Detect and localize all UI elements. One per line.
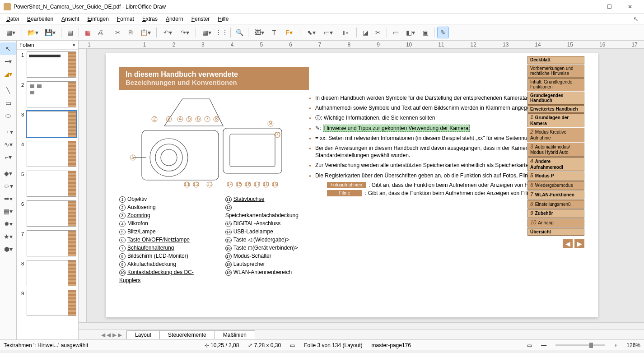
3d-objects-tool[interactable]: ⬢▾ [0,243,16,255]
zoom-button[interactable]: 🔍 [233,27,245,38]
3d-button[interactable]: ◧▾ [402,27,419,38]
status-insert-icon[interactable]: ▭ [290,342,295,348]
slide-thumb-8[interactable]: 8 [19,260,76,286]
part-17: 17Modus-Schalter [225,252,300,260]
grid-button[interactable]: ▦▾ [199,27,215,38]
cut-button[interactable]: ✂ [112,27,124,38]
block-arrows-tool[interactable]: ➡▾ [0,192,16,205]
nav-item-7[interactable]: 3Automatikmodus/ Modus Hybrid Auto [527,143,584,157]
slide-thumb-5[interactable]: 5 [19,171,76,197]
slides-close-icon[interactable]: × [72,42,75,48]
snap-button[interactable]: ⋮⋮ [216,27,228,38]
page-canvas[interactable]: In diesem Handbuch verwendete Bezeichnun… [106,53,598,317]
fontwork-button[interactable]: F▾ [281,27,297,38]
slide-thumb-1[interactable]: 1 [19,51,76,78]
nav-prev[interactable]: ◀ [563,239,573,248]
maximize-button[interactable]: ☐ [599,0,620,14]
save-button[interactable]: 💾▾ [42,27,58,38]
export-button[interactable]: ▤ [64,27,76,38]
part-12: 12Speicherkartenfachabdeckung [225,203,300,219]
open-button[interactable]: 📂▾ [25,27,41,38]
nav-item-14[interactable]: 10Anhang [527,218,584,228]
nav-item-5[interactable]: 1Grundlagen der Kamera [527,113,584,127]
nav-item-2[interactable]: Inhalt: Grundlegende Funktionen [527,78,584,91]
nav-item-11[interactable]: 7WLAN-Funktionen [527,190,584,200]
slide-thumb-9[interactable]: 9 [19,290,76,316]
arrange-button[interactable]: ▭▾ [320,27,336,38]
nav-next[interactable]: ▶ [574,239,584,248]
gluepoints-button[interactable]: ✎ [437,27,449,38]
menu-aendern[interactable]: Ändern [162,15,187,23]
cursor-icon: ↖ [633,15,639,23]
nav-item-12[interactable]: 8Einstellungsmenü [527,200,584,209]
minimize-button[interactable]: ― [578,0,599,14]
align-button[interactable]: ⬉▾ [303,27,319,38]
fit-page-icon[interactable]: ▭ [527,342,532,348]
basic-shapes-tool[interactable]: ◆▾ [0,167,16,180]
filter-button[interactable]: ▭ [390,27,401,38]
menu-ansicht[interactable]: Ansicht [58,15,83,23]
menu-format[interactable]: Format [113,15,138,23]
zoom-slider[interactable] [555,344,605,346]
h-scrollbar[interactable] [79,322,644,330]
nav-item-13[interactable]: 9Zubehör [527,209,584,218]
crop-button[interactable]: ✂ [372,27,384,38]
nav-item-8[interactable]: 4Andere Aufnahmemodi [527,157,584,171]
line-tool[interactable]: ╲ [0,84,16,97]
tab-layout[interactable]: Layout [126,330,160,339]
part-4: 4Mikrofon [119,219,207,228]
redo-button[interactable]: ↷▾ [177,27,193,38]
close-button[interactable]: ✕ [620,0,640,14]
callout-tool[interactable]: ✹▾ [0,218,16,230]
tab-steuer[interactable]: Steuerelemente [159,330,215,339]
svg-text:11: 11 [184,181,190,187]
new-button[interactable]: ▦▾ [3,27,19,38]
nav-item-6[interactable]: 2Modus Kreative Aufnahme [527,128,584,142]
menu-extras[interactable]: Extras [139,15,161,23]
distribute-button[interactable]: ⫿▾ [337,27,354,38]
nav-item-0[interactable]: Deckblatt [527,56,584,64]
rect-tool[interactable]: ▭ [0,97,16,109]
slides-title: Folien [19,42,34,48]
menu-einfuegen[interactable]: Einfügen [84,15,112,23]
connector-tool[interactable]: ⌐▾ [0,151,16,163]
menu-bearbeiten[interactable]: Bearbeiten [23,15,57,23]
slide-thumb-7[interactable]: 7 [19,230,76,256]
arrow-tool[interactable]: →▾ [0,125,16,138]
nav-item-15[interactable]: Übersicht [527,228,584,236]
slide-thumb-2[interactable]: 2 [19,81,76,107]
shadow-button[interactable]: ◪ [359,27,371,38]
zoom-value[interactable]: 126% [626,342,640,348]
nav-item-1[interactable]: Vorbemerkungen und rechtliche Hinweise [527,65,584,78]
stars-tool[interactable]: ★▾ [0,230,16,243]
nav-item-3[interactable]: Grundlegendes Handbuch [527,92,584,105]
tab-mass[interactable]: Maßlinien [215,330,255,339]
toggle-button[interactable]: ▣ [420,27,431,38]
menu-datei[interactable]: Datei [3,15,23,23]
line-color-tool[interactable]: ━▾ [0,55,16,68]
select-tool[interactable]: ↖ [0,42,16,55]
slide-thumb-3[interactable]: 3 [19,111,76,137]
slide-thumb-4[interactable]: 4 [19,141,76,167]
nav-item-4[interactable]: Erweitertes Handbuch [527,105,584,113]
flowchart-tool[interactable]: ▦▾ [0,205,16,218]
menu-fenster[interactable]: Fenster [188,15,214,23]
nav-item-10[interactable]: 6Wiedergabemodus [527,181,584,190]
menu-hilfe[interactable]: Hilfe [214,15,232,23]
nav-item-9[interactable]: 5Modus P [527,172,584,181]
undo-button[interactable]: ↶▾ [159,27,176,38]
paste-button[interactable]: 📋▾ [137,27,154,38]
part-14: 14USB-Ladelampe [225,228,300,236]
curve-tool[interactable]: ∿▾ [0,138,16,151]
print-button[interactable]: 🖨 [94,27,106,38]
slide-thumb-6[interactable]: 6 [19,200,76,227]
image-button[interactable]: 🖼▾ [251,27,267,38]
svg-text:8: 8 [215,116,218,122]
symbol-shapes-tool[interactable]: ☺▾ [0,180,16,192]
export-pdf-button[interactable]: ▦ [82,27,93,38]
copy-button[interactable]: ⎘ [125,27,136,38]
ellipse-tool[interactable]: ⬭ [0,109,16,122]
selected-text[interactable]: Hinweise und Tipps zur gekonnten Verwend… [323,125,470,132]
textbox-button[interactable]: T [268,27,280,38]
fill-color-tool[interactable]: ◢▾ [0,68,16,80]
